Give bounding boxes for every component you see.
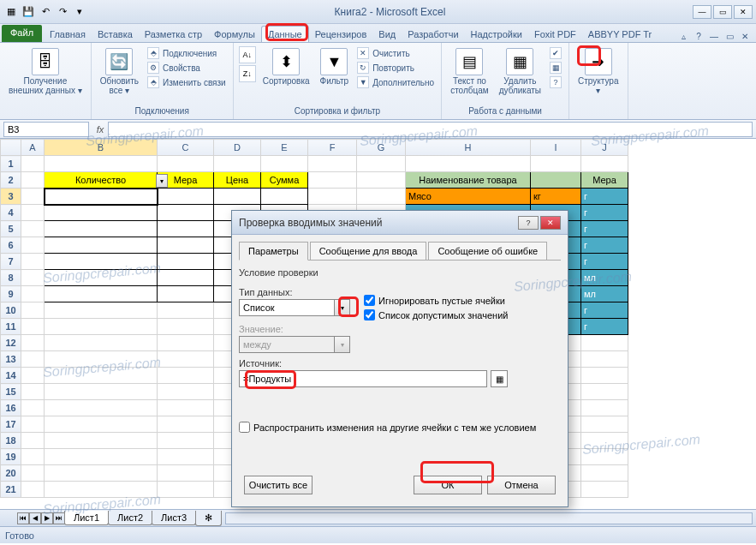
filter-icon: ▼	[320, 48, 348, 75]
tab-formulas[interactable]: Формулы	[208, 27, 261, 42]
minimize-button[interactable]: —	[693, 5, 711, 19]
tab-insert[interactable]: Вставка	[92, 27, 139, 42]
reapply-button[interactable]: ↻Повторить	[355, 61, 436, 75]
source-input[interactable]: =Продукты	[239, 370, 487, 387]
sheet-tab-3[interactable]: Лист3	[152, 511, 196, 525]
dialog-close-button[interactable]: ✕	[540, 216, 561, 230]
ignore-blank-checkbox[interactable]: Игнорировать пустые ячейки	[364, 295, 508, 306]
data-label: Значение:	[239, 324, 561, 334]
ribbon-minimize-icon[interactable]: ▵	[677, 30, 689, 42]
dialog-titlebar[interactable]: Проверка вводимых значений ? ✕	[232, 211, 568, 235]
status-text: Готово	[5, 530, 34, 541]
doc-minimize-icon[interactable]: —	[708, 30, 720, 42]
qat-more-icon[interactable]: ▾	[72, 4, 87, 20]
horizontal-scrollbar[interactable]	[225, 512, 753, 524]
tab-home[interactable]: Главная	[44, 27, 92, 42]
reapply-icon: ↻	[357, 62, 369, 74]
sheet-nav-next[interactable]: ▶	[41, 512, 53, 524]
sort-asc-icon[interactable]: A↓	[239, 46, 256, 63]
remove-duplicates-button[interactable]: ▦ Удалить дубликаты	[496, 46, 545, 97]
refresh-icon: 🔄	[105, 48, 133, 75]
cell-dropdown-button[interactable]: ▾	[156, 174, 168, 188]
group-label-connections: Подключения	[97, 106, 228, 117]
sort-button[interactable]: ⬍ Сортировка	[259, 46, 313, 87]
maximize-button[interactable]: ▭	[713, 5, 732, 19]
advanced-filter-button[interactable]: ▼Дополнительно	[355, 75, 436, 89]
properties-icon: ⚙	[147, 62, 159, 74]
close-button[interactable]: ✕	[734, 5, 753, 19]
edit-links-icon: ⬘	[147, 76, 159, 88]
group-label-data-tools: Работа с данными	[447, 106, 563, 117]
save-icon[interactable]: 💾	[21, 4, 36, 20]
name-box[interactable]: B3	[3, 122, 89, 137]
undo-icon[interactable]: ↶	[38, 4, 53, 20]
ribbon: 🗄 Получение внешних данных ▾ 🔄 Обновить …	[0, 43, 756, 120]
dialog-help-button[interactable]: ?	[518, 216, 539, 230]
dialog-tab-error-alert[interactable]: Сообщение об ошибке	[428, 242, 547, 261]
allow-combo[interactable]: Список ▾	[239, 299, 350, 316]
ok-button[interactable]: ОК	[414, 476, 482, 494]
advanced-icon: ▼	[357, 76, 369, 88]
clear-filter-button[interactable]: ✕Очистить	[355, 46, 436, 60]
consolidate-button[interactable]: ▦	[548, 61, 563, 75]
tab-pagelayout[interactable]: Разметка стр	[139, 27, 208, 42]
text-to-columns-button[interactable]: ▤ Текст по столбцам	[447, 46, 492, 97]
tab-foxit[interactable]: Foxit PDF	[528, 27, 582, 42]
dedupe-icon: ▦	[506, 48, 533, 75]
whatif-button[interactable]: ?	[548, 75, 563, 89]
clear-icon: ✕	[357, 47, 369, 59]
clear-all-button[interactable]: Очистить все	[244, 476, 313, 494]
sheet-nav-first[interactable]: ⏮	[17, 512, 29, 524]
text-columns-icon: ▤	[455, 48, 483, 75]
tab-developer[interactable]: Разработчи	[402, 27, 464, 42]
tab-data[interactable]: Данные	[261, 26, 309, 42]
outline-icon: ➜	[585, 48, 612, 75]
formula-bar[interactable]	[108, 122, 753, 137]
whatif-icon: ?	[550, 76, 562, 88]
data-validation-button[interactable]: ✔	[548, 46, 563, 60]
tab-abbyy[interactable]: ABBYY PDF Tr	[582, 27, 658, 42]
window-title: Книга2 - Microsoft Excel	[87, 6, 693, 18]
excel-icon[interactable]: ▦	[3, 4, 19, 20]
window-controls: — ▭ ✕	[693, 5, 753, 19]
doc-close-icon[interactable]: ✕	[739, 30, 751, 42]
apply-changes-checkbox[interactable]: Распространить изменения на другие ячейк…	[239, 422, 561, 433]
doc-restore-icon[interactable]: ▭	[723, 30, 735, 42]
help-icon[interactable]: ?	[693, 30, 705, 42]
quick-access-toolbar: ▦ 💾 ↶ ↷ ▾	[3, 4, 87, 20]
refresh-all-button[interactable]: 🔄 Обновить все ▾	[97, 46, 142, 97]
connections-button[interactable]: ⬘Подключения	[146, 46, 228, 60]
fx-icon[interactable]: fx	[92, 122, 108, 137]
tab-review[interactable]: Рецензиров	[309, 27, 373, 42]
sort-icon: ⬍	[272, 48, 300, 75]
edit-links-button[interactable]: ⬘Изменить связи	[146, 75, 228, 89]
in-cell-dropdown-checkbox[interactable]: Список допустимых значений	[364, 309, 508, 320]
database-icon: 🗄	[32, 48, 59, 75]
combo-arrow-icon[interactable]: ▾	[334, 300, 349, 315]
redo-icon[interactable]: ↷	[55, 4, 70, 20]
filter-button[interactable]: ▼ Фильтр	[317, 46, 353, 87]
range-selector-button[interactable]: ▦	[491, 370, 508, 387]
group-label-sort-filter: Сортировка и фильтр	[239, 106, 436, 117]
sheet-nav-prev[interactable]: ◀	[29, 512, 41, 524]
validation-icon: ✔	[550, 47, 562, 59]
sort-desc-icon[interactable]: Z↓	[239, 65, 256, 82]
sheet-tab-1[interactable]: Лист1	[64, 511, 109, 525]
consolidate-icon: ▦	[550, 62, 562, 74]
titlebar: ▦ 💾 ↶ ↷ ▾ Книга2 - Microsoft Excel — ▭ ✕	[0, 0, 756, 24]
new-sheet-button[interactable]: ✻	[195, 511, 222, 526]
dialog-tab-input-message[interactable]: Сообщение для ввода	[310, 242, 427, 261]
source-label: Источник:	[239, 358, 561, 368]
properties-button[interactable]: ⚙Свойства	[146, 61, 228, 75]
combo-arrow-icon: ▾	[334, 337, 349, 352]
tab-view[interactable]: Вид	[372, 27, 402, 42]
dialog-tab-settings[interactable]: Параметры	[239, 242, 308, 261]
file-tab[interactable]: Файл	[2, 25, 42, 42]
tab-addins[interactable]: Надстройки	[465, 27, 528, 42]
get-external-data-button[interactable]: 🗄 Получение внешних данных ▾	[5, 46, 86, 97]
outline-button[interactable]: ➜ Структура ▾	[574, 46, 622, 97]
sheet-tab-2[interactable]: Лист2	[108, 511, 152, 525]
data-validation-dialog: Проверка вводимых значений ? ✕ Параметры…	[231, 210, 568, 507]
cancel-button[interactable]: Отмена	[487, 476, 556, 494]
sheet-nav-last[interactable]: ⏭	[53, 512, 65, 524]
